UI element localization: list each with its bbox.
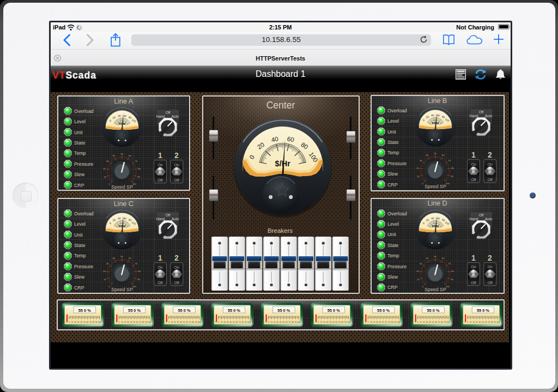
svg-text:50: 50 xyxy=(432,321,434,323)
svg-text:Off: Off xyxy=(165,213,170,217)
svg-text:100: 100 xyxy=(297,321,300,323)
svg-text:90: 90 xyxy=(137,278,140,281)
svg-text:70: 70 xyxy=(289,321,291,323)
svg-text:50: 50 xyxy=(183,321,185,323)
svg-text:10: 10 xyxy=(417,175,420,178)
svg-text:On: On xyxy=(157,162,162,166)
svg-text:Off: Off xyxy=(157,281,162,285)
svg-text:30: 30 xyxy=(376,321,378,323)
svg-text:10: 10 xyxy=(417,278,420,281)
svg-text:Unit: Unit xyxy=(74,129,83,135)
svg-text:80: 80 xyxy=(451,270,454,273)
svg-text:0: 0 xyxy=(218,321,219,323)
svg-text:70: 70 xyxy=(338,321,341,323)
svg-text:CRP: CRP xyxy=(74,182,84,188)
svg-text:Temp: Temp xyxy=(74,150,86,156)
svg-text:90: 90 xyxy=(451,278,453,281)
svg-text:0: 0 xyxy=(365,321,366,323)
svg-text:80: 80 xyxy=(138,270,141,273)
svg-text:Auto: Auto xyxy=(484,217,492,221)
svg-text:20: 20 xyxy=(103,167,106,170)
svg-text:Hand: Hand xyxy=(156,217,165,221)
svg-text:10: 10 xyxy=(104,176,106,178)
svg-text:Hand: Hand xyxy=(156,114,165,118)
svg-text:30: 30 xyxy=(106,160,108,162)
svg-text:State: State xyxy=(74,243,86,248)
svg-text:Overload: Overload xyxy=(387,211,407,216)
svg-text:0: 0 xyxy=(119,321,120,323)
svg-text:100: 100 xyxy=(347,321,350,323)
svg-text:Speed SP: Speed SP xyxy=(424,287,446,292)
svg-text:State: State xyxy=(387,140,399,145)
svg-text:Off: Off xyxy=(165,111,170,114)
svg-text:0: 0 xyxy=(417,321,418,323)
svg-text:20: 20 xyxy=(373,321,375,323)
svg-text:90: 90 xyxy=(344,321,347,323)
svg-text:100: 100 xyxy=(132,285,137,288)
svg-text:10: 10 xyxy=(270,321,272,323)
svg-text:60: 60 xyxy=(385,321,387,323)
svg-text:40: 40 xyxy=(117,216,120,220)
svg-text:80: 80 xyxy=(441,321,443,323)
svg-text:Pressure: Pressure xyxy=(74,161,93,166)
svg-text:1: 1 xyxy=(471,254,476,262)
svg-text:55 0 %: 55 0 % xyxy=(128,307,141,312)
svg-text:60: 60 xyxy=(441,257,444,260)
svg-text:State: State xyxy=(387,243,399,248)
svg-text:Level: Level xyxy=(74,119,86,124)
svg-text:40: 40 xyxy=(230,321,232,323)
svg-text:Auto: Auto xyxy=(171,114,179,118)
svg-text:CRP: CRP xyxy=(74,285,84,291)
svg-text:60: 60 xyxy=(485,321,487,323)
svg-text:80: 80 xyxy=(192,321,194,323)
svg-text:Off: Off xyxy=(478,110,483,114)
svg-text:On: On xyxy=(487,162,492,166)
svg-text:40: 40 xyxy=(280,321,282,323)
svg-text:0: 0 xyxy=(315,321,316,323)
svg-text:100: 100 xyxy=(132,183,137,185)
svg-text:10: 10 xyxy=(370,321,372,323)
svg-text:60: 60 xyxy=(286,135,294,143)
svg-text:Off: Off xyxy=(174,281,179,285)
svg-text:80: 80 xyxy=(342,321,344,323)
svg-text:Overload: Overload xyxy=(74,108,94,113)
svg-text:10: 10 xyxy=(104,278,106,281)
svg-text:20: 20 xyxy=(274,321,276,323)
svg-text:60: 60 xyxy=(186,321,188,323)
svg-text:0: 0 xyxy=(467,321,468,323)
svg-text:90: 90 xyxy=(394,321,396,323)
svg-text:Auto: Auto xyxy=(171,217,179,221)
svg-text:50: 50 xyxy=(133,321,135,323)
svg-text:40: 40 xyxy=(479,321,481,323)
svg-text:30: 30 xyxy=(326,321,329,323)
svg-text:Overload: Overload xyxy=(74,211,94,216)
svg-text:On: On xyxy=(174,266,179,269)
svg-text:0: 0 xyxy=(168,321,169,323)
svg-text:50: 50 xyxy=(434,255,436,258)
svg-text:60: 60 xyxy=(123,113,126,117)
svg-text:Pressure: Pressure xyxy=(74,264,93,269)
svg-text:Breakers: Breakers xyxy=(267,227,292,234)
svg-text:0: 0 xyxy=(166,321,167,323)
svg-text:30: 30 xyxy=(476,321,478,323)
svg-text:30: 30 xyxy=(106,262,108,265)
svg-text:40: 40 xyxy=(426,154,428,156)
svg-text:10: 10 xyxy=(171,321,173,323)
svg-text:State: State xyxy=(74,140,86,145)
svg-text:100: 100 xyxy=(148,321,151,323)
svg-text:20: 20 xyxy=(224,321,226,323)
svg-text:20: 20 xyxy=(103,270,106,273)
svg-text:90: 90 xyxy=(295,321,297,323)
svg-text:Off: Off xyxy=(478,213,483,217)
svg-text:Slew: Slew xyxy=(387,171,398,177)
svg-text:10: 10 xyxy=(221,321,223,323)
svg-text:40: 40 xyxy=(430,216,434,220)
svg-text:Line B: Line B xyxy=(427,97,446,105)
svg-text:50: 50 xyxy=(482,321,484,323)
svg-text:70: 70 xyxy=(189,321,191,323)
svg-text:50: 50 xyxy=(233,321,235,323)
svg-text:100: 100 xyxy=(247,321,251,323)
svg-text:100: 100 xyxy=(447,321,450,323)
svg-text:Line C: Line C xyxy=(113,200,133,208)
svg-text:Unit: Unit xyxy=(387,129,396,135)
